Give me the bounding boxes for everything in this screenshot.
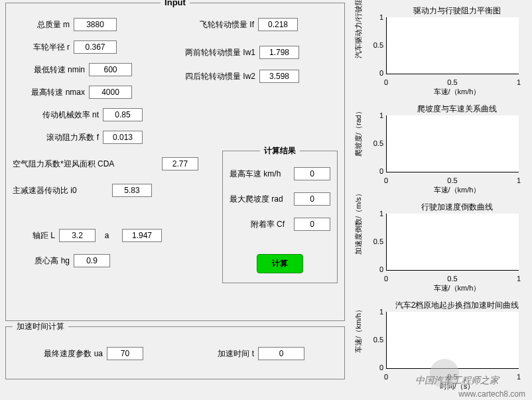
chart-ylabel: 汽车驱动力/行驶阻力/N — [354, 45, 364, 58]
label-i0: 主减速器传动比 i0 — [13, 185, 112, 196]
chart-title: 行驶加速度倒数曲线 — [391, 202, 523, 213]
ytick: 0 — [371, 364, 383, 371]
chart-xlabel: 时间/（s） — [391, 381, 523, 391]
charts-area: 驱动力与行驶阻力平衡图 汽车驱动力/行驶阻力/N 1 0.5 0 0 0.5 1… — [352, 3, 529, 395]
xtick: 1 — [517, 275, 521, 283]
label-hg: 质心高 hg — [21, 255, 74, 267]
label-Iw1: 两前轮转动惯量 Iw1 — [157, 47, 259, 58]
accel-panel: 加速时间计算 最终速度参数 ua 加速时间 t — [5, 326, 345, 379]
label-nt: 传动机械效率 nt — [17, 109, 103, 121]
output-t[interactable] — [258, 347, 304, 360]
chart-plot — [386, 115, 519, 172]
label-nmax: 最高转速 nmax — [13, 87, 89, 98]
ytick: 0 — [371, 167, 383, 175]
label-ua: 最终速度参数 ua — [21, 348, 107, 360]
label-If: 飞轮转动惯量 If — [172, 19, 258, 31]
label-cda: 空气阻力系数*迎风面积 CDA — [13, 159, 162, 170]
field-radius: 车轮半径 r — [21, 40, 117, 54]
chart-plot — [386, 214, 519, 271]
result-title: 计算结果 — [260, 145, 300, 157]
chart-ylabel: 加速度倒数/（m/s） — [354, 241, 364, 255]
label-cf: 附着率 Cf — [251, 219, 285, 230]
chart-xlabel: 车速/（km/h） — [391, 283, 523, 293]
chart-xlabel: 车速/（km/h） — [391, 87, 523, 97]
input-hg[interactable] — [74, 254, 110, 267]
label-Iw2: 四后轮转动惯量 Iw2 — [157, 71, 259, 82]
label-nmin: 最低转速 nmin — [13, 64, 89, 76]
label-radius: 车轮半径 r — [21, 42, 74, 53]
chart-title: 驱动力与行驶阻力平衡图 — [391, 5, 523, 17]
ytick: 0.5 — [371, 237, 383, 245]
field-Iw2: 四后轮转动惯量 Iw2 — [157, 70, 299, 83]
ytick: 0 — [371, 69, 383, 77]
ytick: 0.5 — [371, 336, 383, 344]
field-mass: 总质量 m — [21, 18, 117, 31]
chart-1: 爬坡度与车速关系曲线 爬坡度/（rad） 1 0.5 0 0 0.5 1 车速/… — [352, 101, 529, 199]
input-cda[interactable] — [162, 157, 198, 170]
input-radius[interactable] — [74, 40, 117, 54]
field-If: 飞轮转动惯量 If — [172, 18, 298, 31]
chart-2: 行驶加速度倒数曲线 加速度倒数/（m/s） 1 0.5 0 0 0.5 1 车速… — [352, 199, 529, 297]
row-max-speed: 最高车速 km/h — [223, 167, 337, 180]
input-Iw1[interactable] — [259, 46, 299, 59]
field-L: 轴距 L a — [21, 229, 162, 242]
input-mass[interactable] — [74, 18, 117, 31]
input-i0[interactable] — [112, 184, 152, 197]
calculate-button[interactable]: 计算 — [257, 254, 303, 273]
input-nmin[interactable] — [89, 63, 132, 76]
label-mass: 总质量 m — [21, 19, 74, 31]
accel-title: 加速时间计算 — [13, 321, 68, 332]
label-a: a — [96, 231, 122, 240]
xtick: 0.5 — [447, 176, 457, 184]
input-title: Input — [161, 0, 190, 7]
field-ua: 最终速度参数 ua — [21, 347, 143, 360]
xtick: 0 — [384, 275, 388, 283]
field-f: 滚动阻力系数 f — [17, 131, 143, 144]
chart-ylabel: 爬坡度/（rad） — [354, 143, 364, 157]
xtick: 0 — [384, 176, 388, 184]
ytick: 1 — [371, 308, 383, 316]
chart-3: 汽车2档原地起步换挡加速时间曲线 车速/（km/h） 1 0.5 0 0 0.5… — [352, 297, 529, 395]
input-nt[interactable] — [103, 108, 143, 121]
field-i0: 主减速器传动比 i0 — [13, 184, 152, 197]
xtick: 0.5 — [447, 373, 457, 381]
output-cf[interactable] — [294, 218, 330, 231]
input-panel: Input 总质量 m 车轮半径 r 最低转速 nmin 最高转速 nmax 传… — [5, 3, 345, 321]
input-Iw2[interactable] — [259, 70, 299, 83]
input-f[interactable] — [103, 131, 143, 144]
chart-ylabel: 车速/（km/h） — [354, 340, 364, 353]
ytick: 1 — [371, 13, 383, 21]
label-t: 加速时间 t — [192, 348, 258, 360]
row-cf: 附着率 Cf — [223, 218, 337, 231]
ytick: 0.5 — [371, 139, 383, 147]
xtick: 1 — [517, 78, 521, 86]
field-nt: 传动机械效率 nt — [17, 108, 143, 121]
field-cda: 空气阻力系数*迎风面积 CDA — [13, 157, 198, 170]
xtick: 0 — [384, 78, 388, 86]
label-max-speed: 最高车速 km/h — [230, 168, 281, 180]
input-nmax[interactable] — [89, 86, 132, 99]
chart-0: 驱动力与行驶阻力平衡图 汽车驱动力/行驶阻力/N 1 0.5 0 0 0.5 1… — [352, 3, 529, 101]
output-max-grade[interactable] — [294, 192, 330, 206]
input-ua[interactable] — [107, 347, 143, 360]
ytick: 1 — [371, 210, 383, 218]
ytick: 0.5 — [371, 41, 383, 49]
field-nmin: 最低转速 nmin — [13, 63, 132, 76]
label-L: 轴距 L — [21, 230, 59, 241]
input-L[interactable] — [59, 229, 96, 242]
xtick: 0.5 — [447, 78, 457, 86]
input-a[interactable] — [122, 229, 162, 242]
xtick: 1 — [517, 176, 521, 184]
field-nmax: 最高转速 nmax — [13, 86, 132, 99]
output-max-speed[interactable] — [294, 167, 330, 180]
xtick: 0 — [384, 373, 388, 381]
row-max-grade: 最大爬坡度 rad — [223, 192, 337, 206]
field-t: 加速时间 t — [192, 347, 304, 360]
xtick: 0.5 — [447, 275, 457, 283]
ytick: 1 — [371, 111, 383, 119]
field-hg: 质心高 hg — [21, 254, 110, 267]
field-Iw1: 两前轮转动惯量 Iw1 — [157, 46, 299, 59]
chart-title: 爬坡度与车速关系曲线 — [391, 103, 523, 115]
input-If[interactable] — [258, 18, 298, 31]
chart-plot — [386, 312, 519, 369]
